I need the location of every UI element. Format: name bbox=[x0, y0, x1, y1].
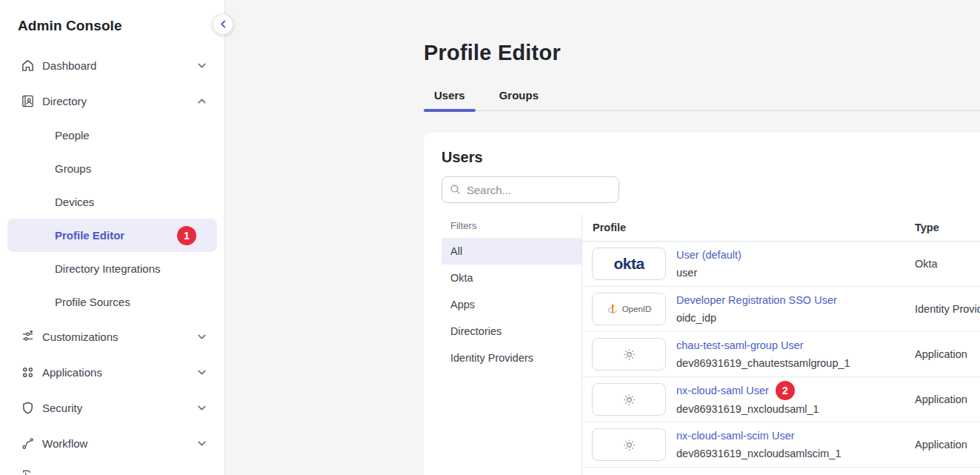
profile-cell: nx-cloud-saml-scim User dev86931619_nxcl… bbox=[582, 427, 915, 462]
profile-link-user-default[interactable]: User (default) bbox=[676, 246, 741, 264]
type-cell: Application bbox=[915, 439, 967, 451]
main-content: Profile Editor Users Groups Users Filter… bbox=[225, 0, 980, 475]
shield-icon bbox=[21, 401, 35, 415]
table-row: nx-cloud-saml User 2 dev86931619_nxcloud… bbox=[582, 377, 980, 422]
sidebar-item-groups[interactable]: Groups bbox=[7, 152, 217, 185]
type-cell: Application bbox=[915, 348, 967, 360]
profile-link-nx-cloud-saml[interactable]: nx-cloud-saml User bbox=[676, 382, 769, 399]
chevron-down-icon bbox=[197, 403, 207, 413]
profile-link-developer-registration-sso[interactable]: Developer Registration SSO User bbox=[676, 291, 837, 309]
table-row: chau-test-saml-group User dev86931619_ch… bbox=[582, 332, 980, 377]
table-header-row: Profile Type bbox=[582, 214, 980, 242]
sidebar-item-people[interactable]: People bbox=[7, 119, 217, 152]
tab-users[interactable]: Users bbox=[424, 89, 476, 110]
sidebar-item-label: Dashboard bbox=[42, 59, 197, 72]
sidebar-item-profile-sources[interactable]: Profile Sources bbox=[7, 285, 217, 319]
profile-subtitle: dev86931619_chautestsamlgroup_1 bbox=[676, 354, 850, 372]
sidebar-item-devices[interactable]: Devices bbox=[7, 185, 217, 219]
app-title: Admin Console bbox=[0, 0, 224, 34]
sidebar-nav: Dashboard Directory People G bbox=[0, 47, 224, 461]
filter-apps[interactable]: Apps bbox=[441, 291, 581, 318]
tab-bar: Users Groups bbox=[424, 89, 980, 111]
sidebar-item-label: Applications bbox=[42, 366, 197, 379]
column-header-profile: Profile bbox=[582, 222, 915, 233]
type-cell: Application bbox=[915, 393, 967, 405]
chevron-down-icon bbox=[197, 61, 207, 70]
table-row: OpenID Developer Registration SSO User o… bbox=[582, 287, 980, 332]
workflow-icon bbox=[21, 436, 35, 451]
sidebar-item-label: Security bbox=[42, 402, 197, 414]
filter-identity-providers[interactable]: Identity Providers bbox=[441, 345, 581, 371]
directory-icon bbox=[21, 94, 35, 108]
sidebar-item-directory[interactable]: Directory bbox=[7, 83, 217, 119]
gear-icon bbox=[592, 338, 666, 371]
profiles-table: Profile Type okta User (default) user bbox=[582, 214, 980, 475]
chevron-down-icon bbox=[197, 368, 207, 377]
okta-logo: okta bbox=[592, 248, 666, 280]
profile-subtitle: dev86931619_nxcloudsamlscim_1 bbox=[676, 445, 841, 462]
sidebar-item-label: People bbox=[55, 129, 207, 142]
search-input[interactable] bbox=[441, 176, 619, 203]
sidebar-item-dashboard[interactable]: Dashboard bbox=[7, 47, 217, 83]
table-row: nx-cloud-saml-scim User dev86931619_nxcl… bbox=[582, 422, 980, 468]
type-cell: Identity Provider bbox=[915, 303, 980, 315]
sidebar-item-label: Directory Integrations bbox=[55, 262, 207, 275]
sidebar-item-profile-editor[interactable]: Profile Editor 1 bbox=[7, 219, 217, 252]
apps-grid-icon bbox=[21, 365, 35, 379]
home-icon bbox=[21, 59, 35, 73]
page-title: Profile Editor bbox=[424, 41, 980, 65]
search-box bbox=[441, 176, 619, 203]
profile-link-nx-cloud-saml-scim[interactable]: nx-cloud-saml-scim User bbox=[676, 427, 795, 445]
users-panel: Users Filters All Okta Apps Directories … bbox=[424, 133, 980, 475]
filter-all[interactable]: All bbox=[441, 238, 581, 265]
filter-okta[interactable]: Okta bbox=[441, 265, 581, 291]
sidebar-collapse-button[interactable] bbox=[213, 14, 233, 35]
sidebar-item-customizations[interactable]: Customizations bbox=[7, 319, 217, 354]
sidebar-item-label: Profile Sources bbox=[55, 296, 207, 308]
annotation-badge-1: 1 bbox=[177, 226, 196, 245]
gear-icon bbox=[592, 428, 666, 461]
profile-link-chau-test-saml-group[interactable]: chau-test-saml-group User bbox=[676, 336, 804, 354]
sidebar-item-applications[interactable]: Applications bbox=[7, 354, 217, 390]
sidebar-item-workflow[interactable]: Workflow bbox=[7, 425, 217, 461]
chevron-up-icon bbox=[197, 96, 207, 106]
sidebar-item-label: Customizations bbox=[42, 330, 197, 343]
filters-label: Filters bbox=[441, 214, 581, 238]
gear-icon bbox=[592, 383, 666, 416]
column-header-type: Type bbox=[915, 222, 939, 233]
profile-cell: chau-test-saml-group User dev86931619_ch… bbox=[582, 336, 915, 372]
filters-column: Filters All Okta Apps Directories Identi… bbox=[441, 214, 582, 475]
panel-body: Filters All Okta Apps Directories Identi… bbox=[441, 214, 980, 475]
sidebar-item-security[interactable]: Security bbox=[7, 390, 217, 425]
table-row: okta User (default) user Okta bbox=[582, 242, 980, 287]
tab-groups[interactable]: Groups bbox=[489, 89, 549, 110]
profile-subtitle: oidc_idp bbox=[676, 309, 837, 327]
profile-cell: okta User (default) user bbox=[582, 246, 915, 282]
users-panel-heading: Users bbox=[441, 149, 980, 166]
search-icon bbox=[450, 184, 461, 198]
type-cell: Okta bbox=[915, 258, 938, 270]
sidebar-item-label: Workflow bbox=[42, 437, 197, 450]
profile-cell: OpenID Developer Registration SSO User o… bbox=[582, 291, 915, 327]
sidebar-item-label: Profile Editor bbox=[55, 229, 177, 242]
profile-subtitle: user bbox=[676, 264, 741, 282]
sidebar-item-label: Directory bbox=[42, 95, 197, 107]
sliders-icon bbox=[21, 330, 35, 344]
chevron-down-icon bbox=[197, 439, 207, 448]
annotation-badge-2: 2 bbox=[776, 381, 795, 400]
sidebar-item-directory-integrations[interactable]: Directory Integrations bbox=[7, 252, 217, 285]
profile-subtitle: dev86931619_nxcloudsaml_1 bbox=[676, 400, 819, 418]
filter-directories[interactable]: Directories bbox=[441, 318, 581, 345]
openid-mark-icon bbox=[607, 303, 619, 315]
chevron-left-icon bbox=[219, 18, 227, 31]
profile-cell: nx-cloud-saml User 2 dev86931619_nxcloud… bbox=[582, 381, 915, 418]
sidebar-item-label: Devices bbox=[55, 196, 207, 208]
sidebar-item-label: Groups bbox=[55, 162, 207, 175]
openid-logo: OpenID bbox=[592, 293, 666, 325]
chevron-down-icon bbox=[197, 332, 207, 342]
reports-icon bbox=[21, 468, 35, 475]
sidebar: Admin Console Dashboard bbox=[0, 0, 225, 475]
